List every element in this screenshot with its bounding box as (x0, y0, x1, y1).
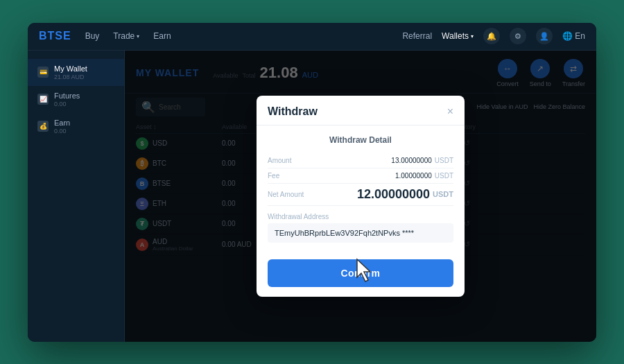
logo: BTSE (39, 30, 71, 42)
sidebar-my-wallet-sub: 21.08 AUD (54, 73, 87, 80)
account-icon[interactable]: 👤 (536, 28, 553, 44)
fee-row: Fee 1.00000000 USDT (268, 168, 453, 184)
fee-label: Fee (268, 172, 279, 180)
confirm-button[interactable]: Confirm (268, 259, 453, 287)
net-value: 12.00000000 USDT (357, 187, 453, 202)
nav-referral[interactable]: Referral (402, 31, 432, 41)
nav-trade[interactable]: Trade ▾ (113, 31, 139, 41)
addr-value: TEmyUhBRprbLEw3V92Fqh2tNPvks **** (268, 223, 453, 243)
sidebar-earn-label: Earn (54, 119, 70, 127)
modal-subtitle: Withdraw Detail (268, 135, 453, 145)
sidebar-item-my-wallet[interactable]: 💳 My Wallet 21.08 AUD (28, 59, 124, 86)
browser-window: BTSE Buy Trade ▾ Earn Referral Wallets ▾… (28, 23, 596, 342)
sidebar-my-wallet-label: My Wallet (54, 64, 87, 73)
amount-label: Amount (268, 157, 291, 164)
modal-header: Withdraw × (257, 96, 465, 125)
trade-chevron: ▾ (137, 33, 139, 40)
nav-buy[interactable]: Buy (85, 31, 100, 41)
sidebar-item-futures[interactable]: 📈 Futures 0.00 (28, 86, 124, 113)
notifications-icon[interactable]: 🔔 (483, 28, 500, 44)
fee-value: 1.00000000 USDT (395, 172, 453, 180)
settings-icon[interactable]: ⚙ (510, 28, 526, 44)
net-label: Net Amount (268, 191, 304, 198)
net-amount-row: Net Amount 12.00000000 USDT (268, 184, 453, 206)
nav-right: Referral Wallets ▾ 🔔 ⚙ 👤 🌐 En (402, 28, 585, 44)
language-selector[interactable]: 🌐 En (562, 31, 585, 41)
withdrawal-address-section: Withdrawal Address TEmyUhBRprbLEw3V92Fqh… (268, 213, 453, 243)
sidebar: 💳 My Wallet 21.08 AUD 📈 Futures 0.00 💰 E… (28, 51, 125, 342)
sidebar-futures-label: Futures (54, 92, 80, 100)
futures-icon: 📈 (37, 94, 49, 105)
earn-icon: 💰 (37, 121, 49, 132)
amount-row: Amount 13.00000000 USDT (268, 153, 453, 168)
content-area: MY WALLET Available Total 21.08 AUD ↔ Co… (125, 51, 596, 342)
sidebar-futures-sub: 0.00 (54, 101, 80, 107)
modal-footer: Confirm (257, 252, 465, 297)
wallet-icon: 💳 (37, 67, 49, 78)
sidebar-item-earn[interactable]: 💰 Earn 0.00 (28, 113, 124, 140)
main-layout: 💳 My Wallet 21.08 AUD 📈 Futures 0.00 💰 E… (28, 51, 596, 342)
modal-body: Withdraw Detail Amount 13.00000000 USDT … (257, 125, 465, 252)
addr-label: Withdrawal Address (268, 213, 453, 220)
modal-overlay[interactable]: Withdraw × Withdraw Detail Amount 13.000… (125, 51, 596, 342)
amount-value: 13.00000000 USDT (391, 157, 453, 164)
top-nav: BTSE Buy Trade ▾ Earn Referral Wallets ▾… (28, 23, 596, 51)
modal-close-btn[interactable]: × (447, 106, 453, 117)
sidebar-earn-sub: 0.00 (54, 128, 70, 135)
withdraw-modal: Withdraw × Withdraw Detail Amount 13.000… (257, 96, 465, 297)
nav-earn[interactable]: Earn (153, 31, 171, 41)
modal-title: Withdraw (268, 105, 318, 118)
nav-wallets[interactable]: Wallets ▾ (442, 31, 474, 41)
